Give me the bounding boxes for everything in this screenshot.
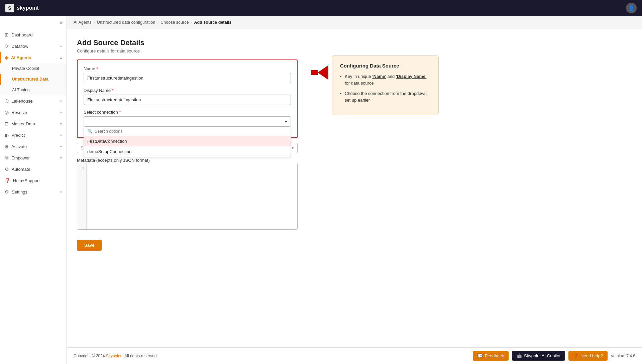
connection-trigger[interactable]: ▾: [84, 116, 291, 127]
connection-dropdown-menu: 🔍 FirstDataConnection demoSetupConnectio…: [84, 127, 291, 157]
help-icon: ❓: [5, 178, 10, 183]
metadata-group: Metadata (accepts only JSON format) 1: [77, 158, 298, 230]
footer-copyright: Copyright © 2024 Skypoint . All rights r…: [74, 354, 158, 358]
sidebar-item-settings[interactable]: ⚙ Settings ▾: [0, 186, 67, 198]
display-name-label: Display Name *: [84, 88, 291, 93]
sidebar-item-ai-tuning[interactable]: AI Tuning: [0, 85, 67, 95]
sidebar-item-ai-agents[interactable]: ◈ AI Agents ▴: [0, 52, 67, 63]
sidebar-item-label: Resolve: [11, 110, 27, 115]
sidebar-item-automate[interactable]: ⚙ Automate: [0, 163, 67, 175]
footer-company-link[interactable]: Skypoint: [106, 354, 121, 358]
sidebar-item-help-support[interactable]: ❓ Help+Support: [0, 175, 67, 186]
sidebar-item-predict[interactable]: ◐ Predict ▾: [0, 129, 67, 141]
info-section: Configuring Data Source Key in unique 'N…: [311, 55, 439, 338]
ai-agents-submenu: Private Copilot Unstructured Data AI Tun…: [0, 63, 67, 95]
metadata-textarea[interactable]: [87, 163, 297, 229]
sidebar-item-label: Unstructured Data: [12, 77, 48, 82]
page-subtitle: Configure details for data source: [77, 48, 298, 53]
feedback-button[interactable]: 💬 Feedback: [473, 351, 509, 361]
app-name: skypoint: [17, 5, 39, 11]
sidebar-item-label: Activate: [11, 144, 27, 149]
sidebar-item-label: Settings: [12, 190, 27, 195]
info-display-name-bold: 'Display Name': [396, 74, 426, 79]
info-card-item-1: Key in unique 'Name' and 'Display Name' …: [340, 73, 430, 86]
display-name-group: Display Name *: [84, 88, 291, 105]
sidebar-item-resolve[interactable]: ◎ Resolve ▾: [0, 107, 67, 118]
sidebar: « ⊞ Dashboard ⟳ Dataflow ▾ ◈ AI Agents ▴…: [0, 16, 67, 364]
chevron-up-icon: ▴: [60, 56, 62, 59]
metadata-label: Metadata (accepts only JSON format): [77, 158, 149, 163]
activate-icon: ⊕: [5, 144, 9, 149]
name-input[interactable]: [84, 73, 291, 83]
collapse-icon[interactable]: «: [60, 19, 63, 25]
sidebar-item-master-data[interactable]: ⊟ Master Data ▾: [0, 118, 67, 129]
display-name-required: *: [111, 88, 114, 93]
chevron-down-icon: ▾: [60, 122, 62, 126]
chevron-down-icon: ▾: [60, 44, 62, 48]
connection-option-first[interactable]: FirstDataConnection: [84, 136, 291, 146]
lakehouse-icon: ⬡: [5, 98, 9, 104]
red-arrow: [311, 65, 328, 80]
copilot-icon: 🤖: [517, 353, 522, 358]
arrow-body: [311, 70, 318, 75]
sidebar-item-activate[interactable]: ⊕ Activate ▾: [0, 141, 67, 152]
logo-icon: S: [5, 4, 14, 12]
connection-group: Select connection * ▾ 🔍: [84, 110, 291, 127]
sidebar-item-dashboard[interactable]: ⊞ Dashboard: [0, 29, 67, 40]
search-icon: 🔍: [87, 129, 93, 134]
breadcrumb-sep-2: ›: [157, 20, 158, 25]
connection-option-demo[interactable]: demoSetupConnection: [84, 146, 291, 157]
page-content: Add Source Details Configure details for…: [67, 29, 642, 347]
sidebar-item-label: AI Agents: [11, 55, 31, 60]
ingestion-chevron-icon: ▾: [292, 145, 294, 150]
dropdown-chevron-icon: ▾: [285, 119, 287, 124]
help-button[interactable]: ❓ Need help?: [568, 351, 608, 361]
breadcrumb-unstructured-config[interactable]: Unstructured data configuration: [97, 20, 155, 25]
user-avatar[interactable]: 👤: [626, 3, 637, 13]
dropdown-search-input[interactable]: [95, 129, 287, 134]
dataflow-icon: ⟳: [5, 43, 9, 49]
sidebar-item-dataflow[interactable]: ⟳ Dataflow ▾: [0, 40, 67, 52]
line-number-1: 1: [79, 166, 84, 172]
breadcrumb-current: Add source details: [194, 20, 232, 25]
connection-label: Select connection *: [84, 110, 291, 115]
sidebar-item-empower[interactable]: ⛁ Empower ▾: [0, 152, 67, 163]
sidebar-collapse[interactable]: «: [0, 16, 67, 29]
sidebar-item-label: Empower: [11, 155, 30, 160]
chevron-down-icon: ▾: [60, 156, 62, 160]
sidebar-item-label: AI Tuning: [12, 88, 30, 92]
automate-icon: ⚙: [5, 166, 9, 172]
connection-dropdown: ▾ 🔍 FirstDataConnection: [84, 116, 291, 127]
info-card-item-2: Choose the connection from the dropdown …: [340, 90, 430, 103]
page-title: Add Source Details: [77, 38, 298, 47]
chevron-down-icon: ▾: [60, 99, 62, 103]
sidebar-item-label: Master Data: [11, 121, 35, 126]
breadcrumb-sep-3: ›: [191, 20, 192, 25]
dropdown-search-area: 🔍: [84, 127, 291, 136]
name-required: *: [95, 66, 98, 71]
chevron-down-icon: ▾: [60, 190, 62, 194]
copilot-button[interactable]: 🤖 Skypoint AI Copilot: [512, 351, 565, 361]
name-label: Name *: [84, 66, 291, 71]
metadata-editor: 1: [77, 163, 298, 230]
resolve-icon: ◎: [5, 110, 9, 115]
chevron-down-icon: ▾: [60, 145, 62, 148]
display-name-input[interactable]: [84, 95, 291, 105]
dashboard-icon: ⊞: [5, 32, 9, 37]
sidebar-item-private-copilot[interactable]: Private Copilot: [0, 63, 67, 74]
info-card-title: Configuring Data Source: [340, 63, 430, 69]
form-section: Add Source Details Configure details for…: [77, 38, 298, 338]
breadcrumb: AI Agents › Unstructured data configurat…: [67, 16, 642, 29]
sidebar-item-label: Dataflow: [11, 44, 28, 49]
empower-icon: ⛁: [5, 155, 9, 160]
sidebar-item-unstructured-data[interactable]: Unstructured Data: [0, 74, 67, 85]
info-card: Configuring Data Source Key in unique 'N…: [332, 55, 439, 115]
breadcrumb-choose-source[interactable]: Choose source: [160, 20, 189, 25]
breadcrumb-ai-agents[interactable]: AI Agents: [74, 20, 92, 25]
sidebar-item-lakehouse[interactable]: ⬡ Lakehouse ▾: [0, 95, 67, 107]
save-button[interactable]: Save: [77, 240, 102, 251]
sidebar-item-label: Predict: [11, 133, 25, 138]
version-label: Version: 7.4.6: [611, 354, 635, 358]
master-data-icon: ⊟: [5, 121, 9, 126]
arrow-head: [318, 65, 328, 80]
